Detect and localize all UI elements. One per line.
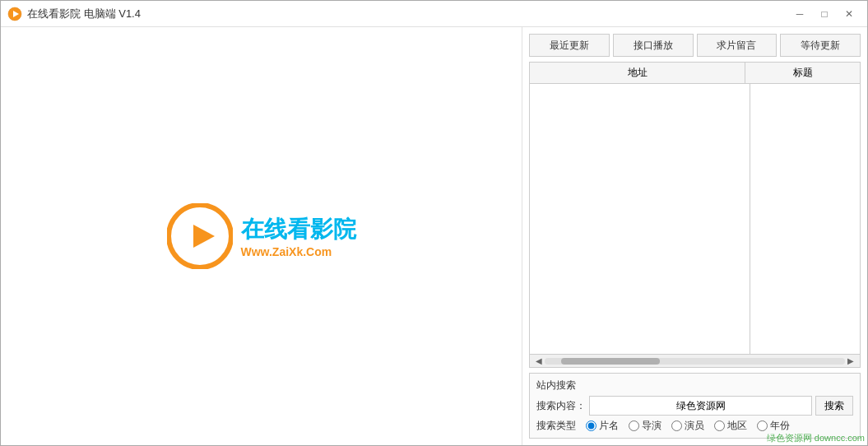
logo-icon — [167, 203, 233, 269]
search-content-label: 搜索内容： — [536, 399, 586, 413]
logo-brand: 在线看影院 — [241, 214, 356, 245]
horizontal-scrollbar[interactable]: ◀ ▶ — [530, 354, 860, 367]
scroll-left-arrow[interactable]: ◀ — [533, 355, 545, 367]
addr-column[interactable] — [530, 84, 750, 354]
scroll-right-arrow[interactable]: ▶ — [845, 355, 856, 367]
titlebar: 在线看影院 电脑端 V1.4 ─ □ ✕ — [1, 1, 867, 27]
radio-actor[interactable]: 演员 — [671, 419, 704, 433]
radio-actor-label: 演员 — [685, 419, 704, 433]
maximize-button[interactable]: □ — [813, 5, 836, 23]
right-panel: 最近更新 接口播放 求片留言 等待更新 地址 标题 ◀ — [522, 27, 867, 445]
waiting-update-button[interactable]: 等待更新 — [780, 34, 861, 57]
search-section-title: 站内搜索 — [536, 379, 853, 393]
main-window: 在线看影院 电脑端 V1.4 ─ □ ✕ — [0, 0, 868, 446]
radio-region-label: 地区 — [727, 419, 747, 433]
scrollbar-track[interactable] — [545, 358, 845, 365]
radio-film-name[interactable]: 片名 — [586, 419, 619, 433]
close-button[interactable]: ✕ — [838, 5, 861, 23]
search-button[interactable]: 搜索 — [815, 396, 853, 416]
table-header: 地址 标题 — [530, 63, 860, 84]
request-film-button[interactable]: 求片留言 — [697, 34, 777, 57]
watermark: 绿色资源网 downcc.com — [764, 430, 868, 446]
logo-wrapper: 在线看影院 Www.ZaiXk.Com — [167, 203, 356, 269]
radio-region[interactable]: 地区 — [714, 419, 747, 433]
scrollbar-thumb[interactable] — [561, 358, 660, 365]
search-row: 搜索内容： 搜索 — [536, 396, 853, 416]
main-content: 在线看影院 Www.ZaiXk.Com 最近更新 接口播放 求片留言 等待更新 … — [1, 27, 867, 445]
title-column[interactable] — [750, 84, 860, 354]
minimize-button[interactable]: ─ — [788, 5, 811, 23]
col-addr-header: 地址 — [530, 63, 745, 83]
content-table: 地址 标题 ◀ ▶ — [529, 62, 861, 368]
top-buttons: 最近更新 接口播放 求片留言 等待更新 — [529, 34, 861, 57]
app-title: 在线看影院 电脑端 V1.4 — [27, 7, 788, 21]
table-body — [530, 84, 860, 354]
window-controls: ─ □ ✕ — [788, 5, 861, 23]
radio-director-label: 导演 — [642, 419, 661, 433]
logo-area: 在线看影院 Www.ZaiXk.Com — [167, 203, 356, 269]
left-panel: 在线看影院 Www.ZaiXk.Com — [1, 27, 522, 445]
logo-url: Www.ZaiXk.Com — [241, 245, 356, 258]
app-icon — [7, 7, 22, 21]
logo-text-group: 在线看影院 Www.ZaiXk.Com — [241, 214, 356, 258]
radio-film-name-label: 片名 — [599, 419, 619, 433]
interface-play-button[interactable]: 接口播放 — [613, 34, 694, 57]
search-type-label: 搜索类型 — [536, 419, 576, 433]
col-title-header: 标题 — [745, 63, 860, 83]
search-section: 站内搜索 搜索内容： 搜索 搜索类型 片名 导演 — [529, 373, 861, 439]
recent-update-button[interactable]: 最近更新 — [529, 34, 610, 57]
search-input[interactable] — [589, 396, 812, 416]
radio-director[interactable]: 导演 — [629, 419, 661, 433]
